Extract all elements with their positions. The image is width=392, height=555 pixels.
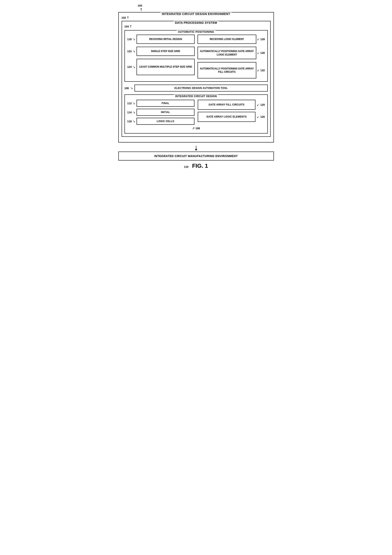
- icd-box: INTEGRATED CIRCUIT DESIGN 112 ↘ FINAL: [124, 95, 268, 133]
- icd-left: 112 ↘ FINAL 114 ↘ INITIAL: [127, 100, 195, 125]
- arrow-116: ↘: [133, 37, 135, 41]
- module-auto-pos-fill: AUTOMATICALLY POSITIONING GATE ARRAY FIL…: [197, 62, 256, 78]
- ap-box: AUTOMATIC POSITIONING 116 ↘ RECEIVING IN…: [124, 30, 268, 82]
- ref-132: 132: [260, 69, 265, 72]
- ap-right-col: RECEIVING LOGIC ELEMENT ↙ 128 AUTOMATICA…: [197, 35, 265, 78]
- icd-box-label: INTEGRATED CIRCUIT DESIGN: [174, 95, 218, 98]
- arrow-128: ↙: [257, 37, 260, 41]
- dps-box: DATA PROCESSING SYSTEM 104 ↙ AUTOMATIC P…: [122, 21, 271, 137]
- icd-item-126: GATE ARRAY LOGIC ELEMENTS ↙ 126: [198, 112, 265, 122]
- module-receiving-logic: RECEIVING LOGIC ELEMENT: [197, 35, 256, 44]
- module-receiving-initial: RECEIVING INITIAL DESIGN: [137, 35, 195, 44]
- icd-logic-cells-box: LOGIC CELLS: [137, 118, 194, 125]
- icd-item-112: 112 ↘ FINAL: [127, 100, 195, 107]
- mfg-box: INTEGRATED CIRCUIT MANUFACTURING ENVIRON…: [118, 152, 274, 161]
- v-line-1: [196, 146, 196, 149]
- icd-fill-circuits-box: GATE ARRAY FILL CIRCUITS: [198, 100, 255, 110]
- eda-box: ELECTRONIC DESIGN AUTOMATION TOOL: [134, 85, 268, 92]
- arrow-120: ↙: [257, 103, 259, 107]
- ref-104: 104: [124, 25, 129, 28]
- module-lcm-step: LEAST COMMON MULTIPLE STEP SIZE GRID: [137, 59, 195, 75]
- arrow-106: ↘: [131, 87, 133, 90]
- arrow-114: ↘: [133, 111, 135, 114]
- ap-box-label: AUTOMATIC POSITIONING: [176, 30, 216, 33]
- ref-102: 102: [122, 16, 126, 19]
- eda-row: 106 ↘ ELECTRONIC DESIGN AUTOMATION TOOL: [124, 85, 268, 92]
- ap-columns: 116 ↘ RECEIVING INITIAL DESIGN 122 ↘ SIN…: [127, 35, 265, 78]
- ref-128: 128: [260, 38, 265, 41]
- arrow-104: ↙: [129, 24, 133, 29]
- arrow-126: ↙: [257, 115, 259, 119]
- arrow-122: ↘: [133, 50, 135, 53]
- dps-box-label: DATA PROCESSING SYSTEM: [173, 21, 219, 24]
- fig-label: FIG. 1: [192, 163, 208, 169]
- ref-100: 100: [138, 4, 142, 7]
- arrow-down-to-mfg: [195, 149, 197, 151]
- ref-120: 120: [260, 103, 265, 106]
- ref-122: 122: [127, 50, 132, 53]
- outer-box: INTEGRATED CIRCUIT DESIGN ENVIRONMENT 10…: [118, 12, 274, 143]
- ref-116: 116: [127, 38, 132, 41]
- icd-item-114: 114 ↘ INITIAL: [127, 109, 195, 116]
- ref-118: 118: [127, 120, 132, 123]
- arrow-112: ↘: [133, 102, 135, 105]
- icd-content: 112 ↘ FINAL 114 ↘ INITIAL: [127, 100, 265, 125]
- icd-final-box: FINAL: [137, 100, 194, 107]
- ref-114: 114: [127, 111, 132, 114]
- ref-130: 130: [260, 51, 265, 54]
- page: 100 ↙ INTEGRATED CIRCUIT DESIGN ENVIRONM…: [118, 4, 274, 169]
- arrow-100: ↙: [138, 7, 144, 13]
- icd-bottom-ref: ↗ 108: [127, 126, 265, 130]
- ap-item-128: RECEIVING LOGIC ELEMENT ↙ 128: [197, 35, 265, 44]
- ap-item-116: 116 ↘ RECEIVING INITIAL DESIGN: [127, 35, 195, 44]
- icd-item-120: GATE ARRAY FILL CIRCUITS ↙ 120: [198, 100, 265, 110]
- arrow-130: ↙: [257, 51, 260, 55]
- connector-to-mfg: [118, 146, 274, 151]
- ap-item-122: 122 ↘ SINGLE STEP SIZE GRID: [127, 47, 195, 56]
- arrow-124: ↘: [133, 65, 135, 69]
- ref-124: 124: [127, 65, 132, 68]
- arrow-102: ↙: [126, 15, 131, 20]
- ap-left-col: 116 ↘ RECEIVING INITIAL DESIGN 122 ↘ SIN…: [127, 35, 195, 78]
- arrow-108: ↗: [192, 126, 195, 130]
- module-single-step: SINGLE STEP SIZE GRID: [137, 47, 195, 56]
- arrow-118: ↘: [133, 120, 135, 123]
- icd-logic-elements-box: GATE ARRAY LOGIC ELEMENTS: [198, 112, 255, 122]
- ref-108: 108: [196, 127, 200, 130]
- ref-106: 106: [124, 87, 129, 90]
- icd-initial-box: INITIAL: [137, 109, 194, 116]
- icd-item-118: 118 ↘ LOGIC CELLS: [127, 118, 195, 125]
- icd-right: GATE ARRAY FILL CIRCUITS ↙ 120 GATE ARRA…: [198, 100, 265, 125]
- ref-126: 126: [260, 115, 265, 118]
- ap-item-130: AUTOMATICALLY POSITIONING GATE ARRAY LOG…: [197, 47, 265, 59]
- module-auto-pos-logic: AUTOMATICALLY POSITIONING GATE ARRAY LOG…: [197, 47, 256, 59]
- ap-item-124: 124 ↘ LEAST COMMON MULTIPLE STEP SIZE GR…: [127, 59, 195, 75]
- ref-112: 112: [127, 102, 132, 105]
- ap-item-132: AUTOMATICALLY POSITIONING GATE ARRAY FIL…: [197, 62, 265, 78]
- arrow-132: ↙: [257, 69, 260, 72]
- bottom-ref-110: 110 FIG. 1: [118, 163, 274, 169]
- outer-box-label: INTEGRATED CIRCUIT DESIGN ENVIRONMENT: [160, 12, 232, 15]
